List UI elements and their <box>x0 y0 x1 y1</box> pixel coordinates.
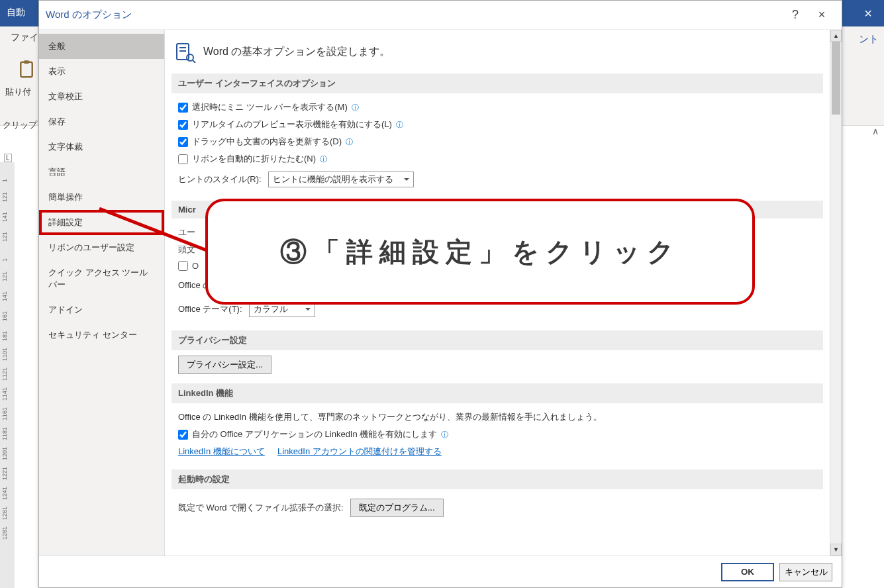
checkbox-trunc[interactable]: O <box>178 261 199 271</box>
checkbox-live-preview[interactable]: リアルタイムのプレビュー表示機能を有効にする(L) <box>178 119 392 130</box>
info-icon[interactable]: ⓘ <box>346 137 353 147</box>
dialog-title: Word のオプション <box>46 9 132 21</box>
svg-line-6 <box>193 60 195 63</box>
checkbox-mini-toolbar[interactable]: 選択時にミニ ツール バーを表示する(M) <box>178 101 348 113</box>
section-ui-options: ユーザー インターフェイスのオプション <box>172 74 823 93</box>
dialog-buttons: OK キャンセル <box>39 556 842 587</box>
checkbox-update-on-drag[interactable]: ドラッグ中も文書の内容を更新する(D) <box>178 136 342 148</box>
sidebar-item-trust-center[interactable]: セキュリティ センター <box>39 322 164 348</box>
link-linkedin-manage[interactable]: LinkedIn アカウントの関連付けを管理する <box>277 446 442 458</box>
svg-line-7 <box>99 209 219 255</box>
ribbon-collapse-icon[interactable]: ∧ <box>872 126 879 136</box>
annotation-callout: ③「詳細設定」をクリック <box>205 199 755 305</box>
checkbox-collapse-ribbon[interactable]: リボンを自動的に折りたたむ(N) <box>178 153 316 165</box>
tab-stop-indicator: L <box>4 154 12 162</box>
general-options-icon <box>174 40 197 63</box>
content-scrollbar[interactable]: ▲ ▼ <box>830 30 842 556</box>
link-linkedin-about[interactable]: LinkedIn 機能について <box>178 446 265 458</box>
options-sidebar: 全般 表示 文章校正 保存 文字体裁 言語 簡単操作 詳細設定 リボンのユーザー… <box>39 30 165 556</box>
sidebar-item-display[interactable]: 表示 <box>39 59 164 84</box>
close-button[interactable]: × <box>809 8 835 22</box>
ok-button[interactable]: OK <box>721 563 774 581</box>
office-theme-label: Office テーマ(T): <box>178 303 242 315</box>
default-programs-label: 既定で Word で開くファイル拡張子の選択: <box>178 502 344 514</box>
info-icon[interactable]: ⓘ <box>352 103 359 113</box>
default-programs-button[interactable]: 既定のプログラム... <box>350 499 444 517</box>
svg-rect-1 <box>24 60 29 64</box>
sidebar-item-language[interactable]: 言語 <box>39 160 164 185</box>
sidebar-item-proofing[interactable]: 文章校正 <box>39 84 164 109</box>
clipboard-group-label: クリップ <box>3 119 37 131</box>
section-linkedin: LinkedIn 機能 <box>172 383 823 403</box>
titlebar-text: 自動 <box>7 7 25 19</box>
privacy-settings-button[interactable]: プライバシー設定... <box>178 356 271 374</box>
hint-style-select[interactable]: ヒントに機能の説明を表示する <box>268 172 414 187</box>
cancel-button[interactable]: キャンセル <box>779 563 832 581</box>
content-heading: Word の基本オプションを設定します。 <box>203 45 390 59</box>
sidebar-item-save[interactable]: 保存 <box>39 109 164 134</box>
info-icon[interactable]: ⓘ <box>320 154 327 164</box>
ribbon-comment-fragment: ント <box>859 33 879 46</box>
sidebar-item-typography[interactable]: 文字体裁 <box>39 134 164 160</box>
scroll-down-icon[interactable]: ▼ <box>830 544 842 556</box>
info-icon[interactable]: ⓘ <box>441 430 448 440</box>
sidebar-item-quick-access[interactable]: クイック アクセス ツール バー <box>39 260 164 297</box>
info-icon[interactable]: ⓘ <box>396 120 403 130</box>
vertical-ruler: 1 121 141 121 1 121 141 161 181 1101 112… <box>0 162 15 588</box>
scroll-up-icon[interactable]: ▲ <box>830 30 842 42</box>
svg-point-5 <box>187 54 193 61</box>
checkbox-linkedin-enable[interactable]: 自分の Office アプリケーションの LinkedIn 機能を有効にします <box>178 428 437 440</box>
app-close-icon[interactable]: × <box>858 1 879 25</box>
paste-icon <box>17 60 36 79</box>
hint-style-label: ヒントのスタイル(R): <box>178 173 262 185</box>
sidebar-item-addins[interactable]: アドイン <box>39 297 164 322</box>
linkedin-desc: Office の LinkedIn 機能を使用して、専門家のネットワークとつなが… <box>178 409 816 426</box>
svg-rect-0 <box>21 62 32 77</box>
sidebar-item-general[interactable]: 全般 <box>39 34 164 59</box>
annotation-text: ③「詳細設定」をクリック <box>280 234 681 270</box>
section-privacy: プライバシー設定 <box>172 330 823 350</box>
paste-label: 貼り付 <box>5 86 31 98</box>
dialog-titlebar: Word のオプション ? × <box>39 1 842 30</box>
help-button[interactable]: ? <box>782 8 809 22</box>
section-startup: 起動時の設定 <box>172 469 823 489</box>
scroll-thumb[interactable] <box>832 42 840 115</box>
